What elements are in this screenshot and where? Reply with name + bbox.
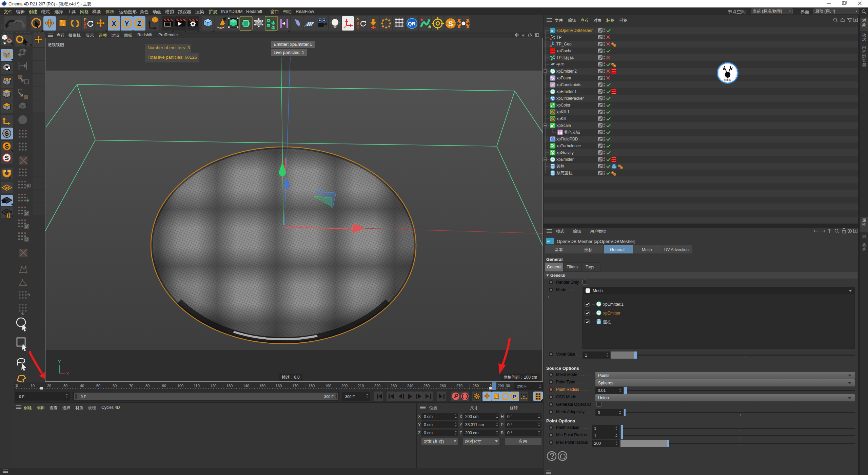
svg-text:190: 190 <box>325 384 331 388</box>
svg-text:100: 100 <box>177 384 183 388</box>
svg-text:0 cm: 0 cm <box>424 431 433 435</box>
svg-text:xpEmitter.1: xpEmitter.1 <box>603 302 624 307</box>
svg-text:Mesh: Mesh <box>642 247 652 252</box>
svg-text:书签: 书签 <box>619 18 627 23</box>
svg-text:着色器域: 着色器域 <box>564 130 580 135</box>
svg-text:70: 70 <box>129 384 133 388</box>
svg-text:33.311 cm: 33.311 cm <box>465 422 484 427</box>
svg-text:绝对尺寸: 绝对尺寸 <box>465 439 481 444</box>
svg-text:Point Radius . . . . .: Point Radius . . . . . <box>556 387 590 392</box>
svg-text:0 cm: 0 cm <box>424 422 433 427</box>
svg-text:270: 270 <box>456 384 462 388</box>
svg-text:坐标: 坐标 <box>584 247 593 252</box>
svg-text:应用: 应用 <box>519 439 527 444</box>
svg-text:对象 (相对): 对象 (相对) <box>424 439 444 444</box>
svg-text:230: 230 <box>391 384 397 388</box>
svg-text:S: S <box>448 20 453 27</box>
svg-text:Max Point Radius: Max Point Radius <box>556 440 588 445</box>
svg-text:Generate Object ID: Generate Object ID <box>556 402 591 407</box>
svg-text:Min Point Radius: Min Point Radius <box>556 433 587 437</box>
svg-text:110: 110 <box>194 384 200 388</box>
svg-text:Mesh Mode . . . . .: Mesh Mode . . . . . <box>556 372 589 377</box>
svg-text:General: General <box>550 273 566 278</box>
svg-text:TP_Geo: TP_Geo <box>556 42 572 46</box>
svg-text:X: X <box>459 414 462 419</box>
svg-text:0: 0 <box>598 411 600 415</box>
svg-text:130: 130 <box>226 384 233 388</box>
svg-text:xpTurbulence: xpTurbulence <box>556 144 581 148</box>
svg-text:Y: Y <box>58 360 61 364</box>
svg-text:查看: 查看 <box>580 18 589 23</box>
svg-text:40: 40 <box>80 384 84 388</box>
svg-text:250: 250 <box>423 384 430 388</box>
svg-text:Y: Y <box>418 422 421 427</box>
svg-text:50: 50 <box>96 384 100 388</box>
svg-text:120: 120 <box>210 384 216 388</box>
svg-text:OpenVDB Mesher [xpOpenVDBMeshe: OpenVDB Mesher [xpOpenVDBMesher] <box>557 239 635 244</box>
svg-text:280: 280 <box>473 384 479 388</box>
svg-text:1: 1 <box>594 434 596 438</box>
svg-text:Spheres: Spheres <box>598 381 613 385</box>
svg-text:xpConstraints: xpConstraints <box>556 82 581 87</box>
svg-text:240: 240 <box>407 384 413 388</box>
svg-text:Z: Z <box>137 20 141 27</box>
svg-text:10: 10 <box>31 384 35 388</box>
svg-text:220: 220 <box>374 384 380 388</box>
svg-text:60: 60 <box>113 384 117 388</box>
svg-text:Z: Z <box>459 431 462 435</box>
svg-text:对象: 对象 <box>593 18 601 23</box>
svg-text:xpColor: xpColor <box>556 103 570 108</box>
svg-text:200 cm: 200 cm <box>465 414 478 419</box>
svg-text:xpScale: xpScale <box>556 123 571 128</box>
svg-text:TP: TP <box>556 35 561 40</box>
svg-text:160: 160 <box>276 384 282 388</box>
svg-text:300 F: 300 F <box>345 395 355 399</box>
svg-text:260: 260 <box>440 384 446 388</box>
svg-text:圆柱: 圆柱 <box>556 164 565 169</box>
svg-text:X: X <box>66 372 69 376</box>
svg-text:Points: Points <box>598 373 609 378</box>
svg-text:xpFluidPBD: xpFluidPBD <box>556 137 578 141</box>
svg-text:›: › <box>548 294 549 299</box>
svg-text:Mesh Adaptivity . .: Mesh Adaptivity . . <box>556 410 589 414</box>
svg-text:Point Radius . . . .: Point Radius . . . . <box>556 425 588 430</box>
svg-text:文件: 文件 <box>555 18 563 23</box>
svg-text:140: 140 <box>243 384 249 388</box>
svg-text:1: 1 <box>585 353 587 358</box>
svg-text:Mesh: Mesh <box>593 288 603 293</box>
svg-text:X: X <box>112 20 116 27</box>
svg-text:xpEmitter.1: xpEmitter.1 <box>556 89 577 94</box>
svg-text:xpGravity: xpGravity <box>556 150 574 155</box>
svg-text:30: 30 <box>63 384 67 388</box>
svg-text:Point Type . . . . . .: Point Type . . . . . . <box>556 380 589 384</box>
svg-text:0 cm: 0 cm <box>424 414 433 419</box>
svg-text:200: 200 <box>594 441 601 446</box>
svg-text:0: 0 <box>16 384 18 388</box>
svg-text:Y: Y <box>125 20 129 27</box>
svg-text:用户数据: 用户数据 <box>590 229 606 234</box>
svg-text:170: 170 <box>292 384 298 388</box>
svg-text:xpCirclePacker: xpCirclePacker <box>556 96 584 101</box>
svg-text:Tags: Tags <box>586 265 594 269</box>
svg-text:R: R <box>84 25 87 30</box>
svg-text:General: General <box>547 265 561 269</box>
svg-text:200 cm: 200 cm <box>465 431 478 435</box>
svg-text:杀死圆柱: 杀死圆柱 <box>556 171 573 175</box>
svg-text:Point Options: Point Options <box>546 418 575 423</box>
svg-text:Mode . . . . .: Mode . . . . . <box>556 287 577 292</box>
svg-text:200: 200 <box>341 384 348 388</box>
svg-text:UV Advection: UV Advection <box>664 247 689 252</box>
svg-text:30: 30 <box>506 384 510 388</box>
svg-text:S: S <box>5 143 9 150</box>
svg-text:Z: Z <box>418 431 420 435</box>
svg-text:TP几何体: TP几何体 <box>556 55 574 60</box>
svg-text:90: 90 <box>162 384 166 388</box>
svg-text:80: 80 <box>145 384 150 388</box>
svg-text:S: S <box>5 130 9 137</box>
svg-text:300 F: 300 F <box>324 395 334 399</box>
svg-text:xpCache: xpCache <box>556 49 573 53</box>
svg-text:1: 1 <box>594 426 596 431</box>
svg-text:xpOpenVDBMesher: xpOpenVDBMesher <box>556 28 593 33</box>
svg-text:∞: ∞ <box>551 29 553 33</box>
svg-text:编辑: 编辑 <box>573 229 581 234</box>
